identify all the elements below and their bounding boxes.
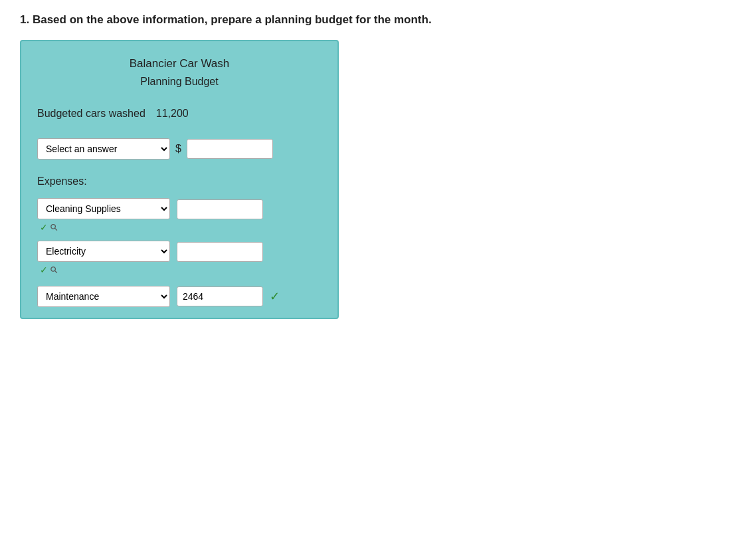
cleaning-check-icon: ✓: [40, 222, 48, 233]
question-number: 1.: [20, 13, 29, 26]
budgeted-label: Budgeted cars washed: [37, 108, 145, 120]
budgeted-row: Budgeted cars washed 11,200: [37, 108, 322, 120]
dollar-sign: $: [175, 143, 181, 155]
cleaning-input-wrapper: [177, 199, 263, 219]
company-name: Balancier Car Wash: [37, 57, 322, 70]
electricity-check-icon: ✓: [40, 265, 48, 275]
question-title: 1. Based on the above information, prepa…: [20, 13, 736, 27]
cleaning-icon-row: ✓ ⚲: [37, 222, 170, 233]
revenue-input[interactable]: [187, 139, 273, 159]
electricity-icon-row: ✓ ⚲: [37, 265, 170, 275]
expense-row-electricity: Electricity ✓ ⚲: [37, 241, 322, 275]
cleaning-dropdown[interactable]: Cleaning Supplies: [37, 198, 170, 219]
maintenance-row: Maintenance ✓: [37, 286, 322, 307]
expenses-label: Expenses:: [37, 175, 322, 187]
electricity-input-wrapper: [177, 242, 263, 262]
maintenance-input[interactable]: [177, 286, 263, 306]
maintenance-check-icon: ✓: [270, 289, 280, 304]
electricity-dropdown[interactable]: Electricity: [37, 241, 170, 262]
electricity-input[interactable]: [177, 242, 263, 262]
cleaning-link-icon: ⚲: [48, 221, 60, 233]
budget-card: Balancier Car Wash Planning Budget Budge…: [20, 40, 339, 319]
document-title: Planning Budget: [37, 76, 322, 88]
electricity-link-icon: ⚲: [48, 264, 60, 276]
budgeted-value: 11,200: [156, 108, 189, 120]
electricity-select-wrapper: Electricity ✓ ⚲: [37, 241, 170, 275]
cleaning-select-wrapper: Cleaning Supplies ✓ ⚲: [37, 198, 170, 233]
expense-row-cleaning: Cleaning Supplies ✓ ⚲: [37, 198, 322, 233]
revenue-dropdown[interactable]: Select an answer: [37, 138, 170, 160]
maintenance-dropdown[interactable]: Maintenance: [37, 286, 170, 307]
revenue-row: Select an answer $: [37, 138, 322, 160]
card-header: Balancier Car Wash Planning Budget: [37, 57, 322, 88]
cleaning-input[interactable]: [177, 199, 263, 219]
question-text: Based on the above information, prepare …: [33, 13, 432, 26]
